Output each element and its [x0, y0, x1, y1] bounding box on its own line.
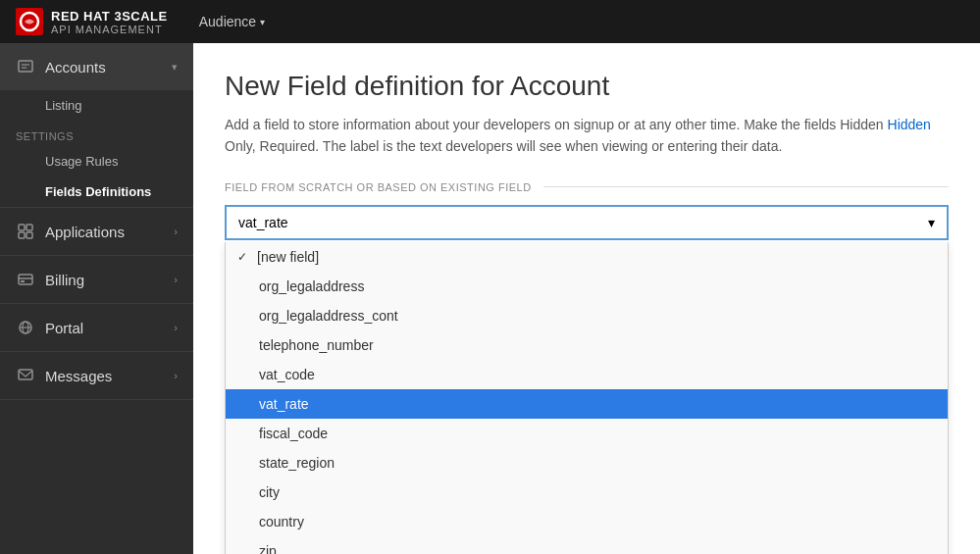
- field-dropdown-wrapper: vat_rate ▾ [new field]org_legaladdressor…: [225, 205, 949, 240]
- dropdown-option-label: country: [259, 514, 304, 529]
- dropdown-option-label: org_legaladdress: [259, 278, 364, 294]
- sidebar-sub-usage-rules[interactable]: Usage Rules: [0, 146, 193, 176]
- sidebar-messages-label: Messages: [45, 368, 112, 384]
- description-text-1: Add a field to store information about y…: [225, 117, 884, 132]
- svg-rect-6: [19, 232, 25, 238]
- sidebar-item-accounts-left: Accounts: [16, 57, 106, 76]
- portal-chevron-icon: ›: [174, 322, 178, 333]
- accounts-icon: [16, 57, 35, 76]
- brand-text: RED HAT 3SCALE: [51, 9, 168, 24]
- sidebar-section-applications: Applications ›: [0, 208, 193, 256]
- svg-rect-4: [19, 225, 25, 230]
- svg-rect-14: [19, 370, 32, 379]
- svg-rect-7: [26, 232, 32, 238]
- dropdown-option[interactable]: org_legaladdress: [226, 272, 948, 301]
- messages-chevron-icon: ›: [174, 370, 178, 381]
- sidebar-section-messages: Messages ›: [0, 352, 193, 400]
- sidebar-item-messages[interactable]: Messages ›: [0, 352, 193, 399]
- svg-rect-8: [19, 275, 32, 284]
- redhat-logo: [16, 8, 43, 35]
- dropdown-option[interactable]: vat_code: [226, 360, 948, 389]
- messages-icon: [16, 366, 35, 385]
- sidebar: Accounts ▾ Listing Settings Usage Rules …: [0, 43, 193, 554]
- dropdown-option-label: zip: [259, 543, 277, 554]
- dropdown-arrow-icon: ▾: [928, 215, 935, 230]
- dropdown-option-label: city: [259, 484, 280, 500]
- dropdown-option[interactable]: fiscal_code: [226, 419, 948, 448]
- dropdown-option[interactable]: city: [226, 478, 948, 507]
- audience-chevron-icon: ▾: [260, 17, 265, 27]
- dropdown-option[interactable]: vat_rate: [226, 389, 948, 419]
- sidebar-section-accounts: Accounts ▾ Listing Settings Usage Rules …: [0, 43, 193, 208]
- main-content: New Field definition for Account Add a f…: [193, 43, 980, 554]
- sidebar-item-portal[interactable]: Portal ›: [0, 304, 193, 351]
- sidebar-applications-label: Applications: [45, 224, 125, 240]
- dropdown-option[interactable]: [new field]: [226, 242, 948, 272]
- dropdown-list: [new field]org_legaladdressorg_legaladdr…: [225, 242, 949, 554]
- field-dropdown-trigger[interactable]: vat_rate ▾: [225, 205, 949, 240]
- sidebar-section-portal: Portal ›: [0, 304, 193, 352]
- sidebar-item-messages-left: Messages: [16, 366, 112, 385]
- sidebar-item-applications-left: Applications: [16, 222, 125, 241]
- page-description: Add a field to store information about y…: [225, 114, 949, 158]
- brand-sub: API MANAGEMENT: [51, 24, 168, 35]
- audience-label: Audience: [199, 14, 256, 29]
- sidebar-item-billing-left: Billing: [16, 270, 84, 289]
- hidden-link[interactable]: Hidden: [888, 117, 931, 132]
- dropdown-option-label: vat_rate: [259, 396, 309, 412]
- accounts-chevron-icon: ▾: [172, 61, 178, 74]
- dropdown-option-label: state_region: [259, 455, 335, 471]
- sidebar-settings-label: Settings: [0, 121, 193, 146]
- applications-icon: [16, 222, 35, 241]
- dropdown-option-label: org_legaladdress_cont: [259, 308, 398, 324]
- sidebar-section-billing: Billing ›: [0, 256, 193, 304]
- section-label-text: FIELD FROM SCRATCH OR BASED ON EXISTING …: [225, 181, 532, 193]
- sidebar-portal-label: Portal: [45, 320, 83, 336]
- description-text-2: Only, Required. The label is the text de…: [225, 138, 782, 154]
- page-title: New Field definition for Account: [225, 71, 949, 102]
- portal-icon: [16, 318, 35, 337]
- sidebar-billing-label: Billing: [45, 272, 84, 288]
- main-layout: Accounts ▾ Listing Settings Usage Rules …: [0, 43, 980, 554]
- sidebar-item-portal-left: Portal: [16, 318, 83, 337]
- dropdown-option[interactable]: country: [226, 507, 948, 536]
- applications-chevron-icon: ›: [174, 226, 178, 237]
- audience-menu[interactable]: Audience ▾: [191, 14, 273, 29]
- dropdown-option-label: telephone_number: [259, 337, 374, 353]
- brand-logo-area: RED HAT 3SCALE API MANAGEMENT: [16, 8, 168, 35]
- sidebar-accounts-label: Accounts: [45, 59, 106, 76]
- billing-chevron-icon: ›: [174, 274, 178, 285]
- sidebar-sub-listing[interactable]: Listing: [0, 90, 193, 121]
- dropdown-selected-value: vat_rate: [238, 215, 288, 230]
- svg-rect-5: [26, 225, 32, 230]
- dropdown-option-label: [new field]: [257, 249, 319, 265]
- svg-rect-10: [21, 280, 25, 282]
- sidebar-item-applications[interactable]: Applications ›: [0, 208, 193, 255]
- svg-rect-1: [19, 61, 32, 72]
- section-label: FIELD FROM SCRATCH OR BASED ON EXISTING …: [225, 181, 949, 193]
- dropdown-option-label: vat_code: [259, 367, 315, 382]
- dropdown-option[interactable]: state_region: [226, 448, 948, 478]
- billing-icon: [16, 270, 35, 289]
- sidebar-item-accounts[interactable]: Accounts ▾: [0, 43, 193, 90]
- redhat-logo-svg: [19, 11, 40, 32]
- brand-text-area: RED HAT 3SCALE API MANAGEMENT: [51, 9, 168, 35]
- dropdown-option[interactable]: telephone_number: [226, 330, 948, 360]
- dropdown-option[interactable]: org_legaladdress_cont: [226, 301, 948, 330]
- dropdown-option-label: fiscal_code: [259, 426, 328, 441]
- navbar: RED HAT 3SCALE API MANAGEMENT Audience ▾: [0, 0, 980, 43]
- sidebar-sub-fields-definitions[interactable]: Fields Definitions: [0, 176, 193, 207]
- sidebar-item-billing[interactable]: Billing ›: [0, 256, 193, 303]
- dropdown-option[interactable]: zip: [226, 536, 948, 554]
